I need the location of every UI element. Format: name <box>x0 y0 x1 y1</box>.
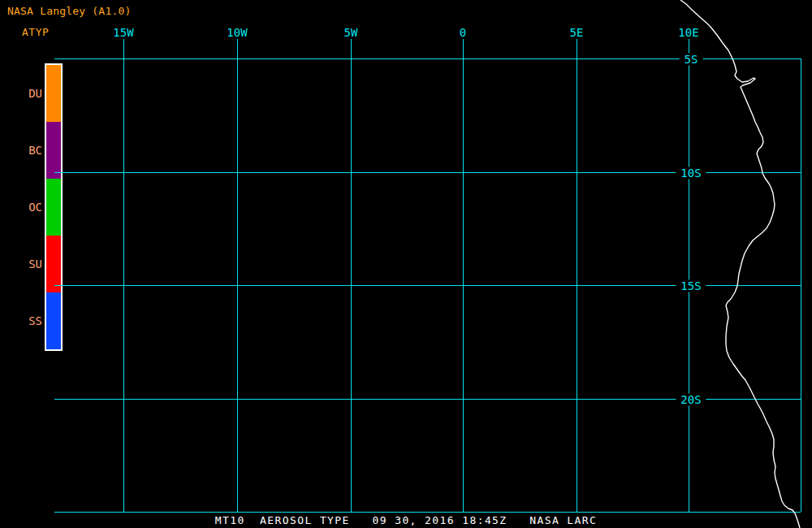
coastline-path <box>680 0 800 528</box>
coastline-map <box>0 0 812 528</box>
aerosol-map-page: NASA Langley (A1.0) ATYP DUBCOCSUSS 15W1… <box>0 0 812 528</box>
plot-caption: MT10 AEROSOL TYPE 09 30, 2016 18:45Z NAS… <box>0 514 812 526</box>
